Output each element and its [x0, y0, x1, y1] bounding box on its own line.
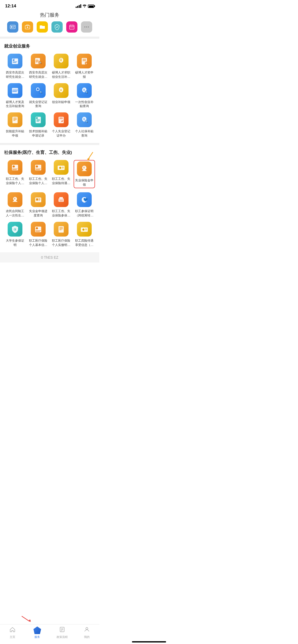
svg-point-2	[11, 26, 12, 28]
service-icon-personal-unemploy	[54, 112, 69, 127]
service-four-insurance[interactable]: 职工四险待遇享受信息（…	[73, 222, 96, 247]
svg-point-46	[37, 88, 39, 90]
svg-rect-109	[85, 229, 87, 229]
svg-rect-65	[59, 119, 63, 119]
svg-point-0	[84, 7, 85, 7]
service-skill-subsidy[interactable]: 技能提升补贴申领	[4, 112, 26, 138]
service-icon-startup-subsidy: ¥	[54, 83, 69, 98]
svg-point-108	[82, 228, 85, 231]
service-label-phd-job: 硕博人才求职创业生活补…	[52, 70, 70, 79]
svg-point-12	[71, 27, 71, 28]
section-divider	[0, 37, 99, 39]
highlight-box: ¥ 失业保险金申领	[74, 160, 95, 188]
service-icon-medical-payment	[54, 222, 69, 237]
service-phd-award[interactable]: ⊘ 硕博人才奖申报	[73, 54, 96, 79]
service-phd-job[interactable]: ¥ 升贴 申请 硕博人才求职创业生活补…	[50, 54, 72, 79]
service-medical-payment[interactable]: 职工医疗保险个人实缴明…	[50, 222, 72, 247]
svg-rect-8	[70, 25, 74, 29]
service-label-personal-social: 个人社保补贴查询	[75, 129, 93, 138]
service-icon-once-startup: ¥ 🔍	[77, 83, 92, 98]
service-unemploy-progress[interactable]: 失业金申领进度查询	[27, 192, 49, 218]
service-xian-grad-1[interactable]: 人才 入档 登记 西安市高层次研究生就业…	[4, 54, 26, 79]
service-icon-work-injury-2	[31, 160, 46, 175]
service-label-farmer-contract: 农民合同制工人一次性生…	[6, 209, 24, 218]
svg-text:🔍: 🔍	[85, 120, 88, 123]
svg-rect-71	[12, 169, 18, 169]
svg-rect-31	[36, 62, 38, 62]
service-icon-unemploy-insurance: ¥	[77, 162, 92, 176]
svg-rect-43	[12, 91, 18, 91]
signal-icon	[76, 4, 81, 8]
status-icons	[76, 4, 94, 8]
service-icon-work-injury-print	[54, 192, 69, 207]
battery-icon	[88, 5, 94, 8]
service-tech-skill[interactable]: 技术技能补贴申请记录	[27, 112, 49, 138]
svg-text:登记: 登记	[13, 59, 15, 61]
quick-icon-more[interactable]	[81, 21, 92, 33]
quick-icon-medical[interactable]	[22, 21, 33, 33]
svg-rect-104	[59, 228, 63, 228]
service-icon-phd-job: ¥ 升贴 申请	[54, 54, 69, 68]
service-personal-unemploy[interactable]: 个人失业登记证申办	[50, 112, 72, 138]
svg-rect-64	[59, 118, 63, 118]
service-medical-basic[interactable]: 职工医疗保险个人基本信…	[27, 222, 49, 247]
svg-point-74	[36, 165, 38, 168]
service-unemploy-insurance[interactable]: ¥ 失业保险金申领	[73, 160, 96, 188]
svg-rect-75	[36, 169, 41, 169]
svg-text:⊘: ⊘	[86, 62, 87, 65]
service-label-work-injury-print: 职工工伤、失业保险参保…	[52, 209, 70, 218]
service-work-injury-3[interactable]: 职工工伤、失业保险待遇…	[50, 160, 72, 188]
svg-rect-89	[38, 198, 40, 199]
service-label-phd-subsidy: 硕博人才奖及生活补贴查询	[6, 100, 24, 109]
service-xian-grad-2[interactable]: 🔍 入档 西安市高层次研究生就业…	[27, 54, 49, 79]
svg-rect-29	[36, 60, 39, 61]
svg-point-15	[84, 26, 85, 27]
service-label-unemploy-progress: 失业金申领进度查询	[29, 209, 47, 218]
quick-icon-shield[interactable]	[51, 21, 63, 33]
service-phd-subsidy[interactable]: 补贴查询 硕博人才奖及生活补贴查询	[4, 83, 26, 109]
svg-rect-88	[36, 198, 38, 201]
service-work-injury-print[interactable]: 职工工伤、失业保险参保…	[50, 192, 72, 218]
service-label-startup-subsidy: 创业补贴申领	[52, 100, 70, 104]
quick-icons-row	[0, 21, 99, 37]
service-label-xian-grad-1: 西安市高层次研究生就业…	[6, 70, 24, 79]
svg-rect-93	[59, 197, 63, 199]
service-farmer-contract[interactable]: ¥ 农民合同制工人一次性生…	[4, 192, 26, 218]
svg-rect-76	[36, 169, 40, 170]
svg-point-14	[73, 27, 73, 28]
service-icon-tech-skill	[31, 112, 46, 127]
svg-rect-105	[59, 229, 63, 229]
service-work-injury-1[interactable]: 职工工伤、失业保险个人…	[4, 160, 26, 188]
service-personal-social[interactable]: ¥ 🔍 个人社保补贴查询	[73, 112, 96, 138]
service-icon-four-insurance	[77, 222, 92, 237]
svg-rect-60	[36, 119, 40, 120]
status-time: 12:14	[5, 4, 16, 9]
service-unemploy-cert[interactable]: 🔍 就失业登记证查询	[27, 83, 49, 109]
service-label-phd-award: 硕博人才奖申报	[75, 70, 93, 79]
service-once-startup[interactable]: ¥ 🔍 一次性创业补贴查询	[73, 83, 96, 109]
status-bar: 12:14	[0, 0, 99, 10]
svg-marker-82	[87, 158, 90, 161]
service-student-insurance[interactable]: 保 大学生参保证明	[4, 222, 26, 247]
page-title: 热门服务	[0, 10, 99, 21]
quick-icon-folder[interactable]	[37, 21, 48, 33]
service-label-four-insurance: 职工四险待遇享受信息（…	[75, 239, 93, 247]
quick-icon-calendar[interactable]	[66, 21, 77, 33]
service-work-injury-2[interactable]: 职工工伤、失业保险个人…	[27, 160, 49, 188]
service-icon-cross-transfer: 💙	[77, 192, 92, 207]
svg-rect-37	[83, 60, 86, 60]
service-icon-student-insurance: 保	[8, 222, 22, 237]
service-icon-skill-subsidy	[8, 112, 22, 127]
svg-rect-79	[62, 167, 64, 167]
service-startup-subsidy[interactable]: ¥ 创业补贴申领	[50, 83, 72, 109]
svg-text:🔍: 🔍	[85, 91, 88, 94]
svg-rect-91	[38, 200, 40, 201]
employment-section-title: 就业创业服务	[4, 43, 95, 49]
section-divider-2	[0, 143, 99, 145]
service-icon-xian-grad-1: 人才 入档 登记	[8, 54, 22, 68]
service-label-skill-subsidy: 技能提升补贴申领	[6, 129, 24, 138]
service-label-unemploy-insurance: 失业保险金申领	[75, 178, 93, 187]
quick-icon-idcard[interactable]	[7, 21, 18, 33]
svg-text:🔍: 🔍	[40, 91, 43, 94]
service-cross-transfer[interactable]: 💙 职工参保证明（跨统筹转…	[73, 192, 96, 218]
